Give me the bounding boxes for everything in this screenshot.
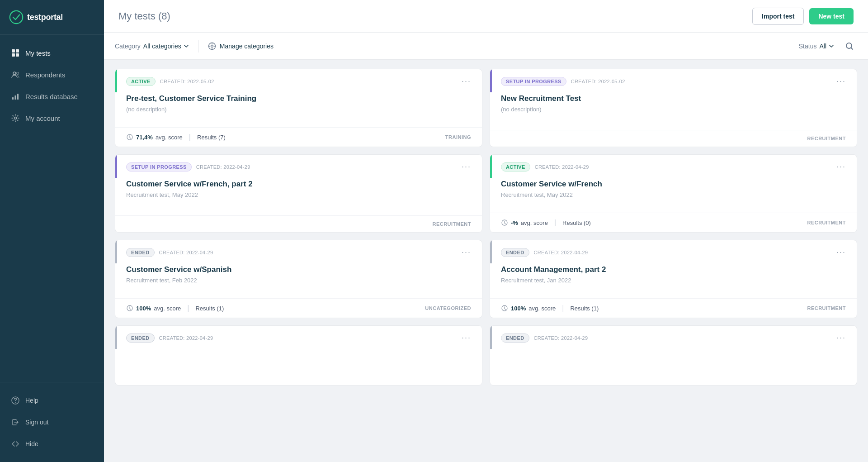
test-card[interactable]: ENDED CREATED: 2022-04-29 ···: [115, 325, 482, 386]
card-footer: 100% avg. score | Results (1) UNCATEGORI…: [115, 298, 482, 318]
new-test-button[interactable]: New test: [809, 8, 854, 24]
card-menu-button[interactable]: ···: [835, 76, 848, 86]
card-menu-button[interactable]: ···: [835, 162, 848, 171]
card-header: ACTIVE CREATED: 2022-05-02 ···: [115, 69, 482, 92]
card-title: Pre-test, Customer Service Training: [126, 94, 471, 103]
score-icon: [501, 219, 508, 226]
card-stats: 71,4% avg. score | Results (7): [126, 133, 226, 141]
results-count: Results (0): [562, 219, 591, 226]
category-filter[interactable]: Category All categories: [115, 43, 189, 50]
card-menu-button[interactable]: ···: [835, 333, 848, 343]
card-header: SETUP IN PROGRESS CREATED: 2022-05-02 ··…: [490, 69, 857, 92]
svg-point-6: [17, 72, 19, 75]
test-card[interactable]: ACTIVE CREATED: 2022-04-29 ··· Customer …: [490, 154, 857, 233]
card-stats: 100% avg. score | Results (1): [501, 304, 599, 312]
page-title: My tests (8): [118, 10, 170, 22]
card-menu-button[interactable]: ···: [835, 248, 848, 257]
card-description: Recruitment test, Jan 2022: [501, 277, 846, 284]
test-card[interactable]: ENDED CREATED: 2022-04-29 ··· Customer S…: [115, 240, 482, 318]
page-header: My tests (8) Import test New test: [104, 0, 868, 33]
card-menu-button[interactable]: ···: [460, 333, 473, 343]
svg-rect-3: [12, 53, 15, 57]
card-description: Recruitment test, May 2022: [501, 191, 846, 198]
avg-score: 71,4% avg. score: [126, 133, 183, 141]
card-created: CREATED: 2022-05-02: [160, 79, 214, 84]
card-description: (no description): [501, 106, 846, 113]
people-icon: [11, 70, 20, 79]
sidebar-item-hide-label: Hide: [25, 440, 38, 448]
card-category: RECRUITMENT: [807, 136, 846, 141]
svg-point-12: [15, 402, 16, 403]
category-label: Category: [115, 43, 141, 50]
test-card[interactable]: ENDED CREATED: 2022-04-29 ···: [490, 325, 857, 386]
svg-point-10: [14, 117, 17, 119]
svg-point-0: [10, 11, 23, 24]
card-body: Customer Service w/Spanish Recruitment t…: [115, 263, 482, 298]
test-card[interactable]: ACTIVE CREATED: 2022-05-02 ··· Pre-test,…: [115, 69, 482, 147]
sidebar-item-results-database[interactable]: Results database: [0, 86, 104, 107]
card-category: TRAINING: [445, 134, 471, 140]
card-menu-button[interactable]: ···: [460, 162, 473, 171]
sidebar-item-my-account[interactable]: My account: [0, 107, 104, 129]
card-created: CREATED: 2022-04-29: [196, 164, 250, 170]
svg-rect-8: [15, 95, 16, 100]
search-button[interactable]: [842, 38, 857, 54]
avg-score: 100% avg. score: [126, 305, 181, 312]
card-footer: RECRUITMENT: [115, 215, 482, 232]
test-card[interactable]: SETUP IN PROGRESS CREATED: 2022-05-02 ··…: [490, 69, 857, 147]
status-value: All: [819, 43, 835, 50]
card-created: CREATED: 2022-04-29: [159, 250, 213, 255]
card-header: ENDED CREATED: 2022-04-29 ···: [115, 326, 482, 349]
sidebar-item-help-label: Help: [25, 397, 38, 404]
test-card[interactable]: ENDED CREATED: 2022-04-29 ··· Account Ma…: [490, 240, 857, 318]
card-footer: 100% avg. score | Results (1) RECRUITMEN…: [490, 298, 857, 318]
main-content: My tests (8) Import test New test Catego…: [104, 0, 868, 462]
results-count: Results (1): [195, 305, 224, 312]
svg-point-14: [211, 45, 213, 47]
score-icon: [126, 305, 133, 312]
sidebar-item-hide[interactable]: Hide: [0, 433, 104, 455]
chevron-down-icon: [183, 43, 189, 49]
filter-separator: [198, 40, 199, 52]
filter-right: Status All: [799, 38, 857, 54]
card-created: CREATED: 2022-04-29: [534, 250, 588, 255]
card-menu-button[interactable]: ···: [460, 76, 473, 86]
test-card[interactable]: SETUP IN PROGRESS CREATED: 2022-04-29 ··…: [115, 154, 482, 233]
card-description: Recruitment test, May 2022: [126, 191, 471, 198]
card-description: (no description): [126, 106, 471, 113]
card-created: CREATED: 2022-04-29: [535, 164, 589, 170]
sidebar: testportal My tests: [0, 0, 104, 462]
sidebar-item-account-label: My account: [25, 114, 60, 122]
import-test-button[interactable]: Import test: [752, 8, 804, 25]
sidebar-item-my-tests-label: My tests: [25, 49, 51, 57]
sidebar-nav: My tests Respondents Result: [0, 35, 104, 382]
manage-categories-button[interactable]: Manage categories: [208, 42, 274, 50]
card-title: New Recruitment Test: [501, 94, 846, 103]
sidebar-bottom: Help Sign out Hide: [0, 382, 104, 462]
avg-score: 100% avg. score: [501, 305, 556, 312]
chart-icon: [11, 92, 20, 101]
sidebar-item-my-tests[interactable]: My tests: [0, 42, 104, 64]
status-badge: SETUP IN PROGRESS: [501, 77, 566, 86]
card-stats: 100% avg. score | Results (1): [126, 304, 224, 312]
card-header: SETUP IN PROGRESS CREATED: 2022-04-29 ··…: [115, 155, 482, 178]
card-created: CREATED: 2022-04-29: [159, 335, 213, 341]
card-footer: RECRUITMENT: [490, 130, 857, 147]
card-footer: 71,4% avg. score | Results (7) TRAINING: [115, 127, 482, 147]
logo[interactable]: testportal: [0, 0, 104, 35]
svg-rect-4: [16, 53, 19, 57]
status-badge: ACTIVE: [501, 162, 530, 171]
help-icon: [11, 396, 20, 405]
status-badge: SETUP IN PROGRESS: [126, 162, 192, 171]
sidebar-item-help[interactable]: Help: [0, 390, 104, 411]
card-body: Customer Service w/French Recruitment te…: [490, 178, 857, 213]
sidebar-item-signout-label: Sign out: [25, 419, 48, 426]
filter-bar: Category All categories Manage categorie…: [104, 33, 868, 60]
card-menu-button[interactable]: ···: [460, 248, 473, 257]
sidebar-item-sign-out[interactable]: Sign out: [0, 411, 104, 433]
sidebar-item-respondents[interactable]: Respondents: [0, 64, 104, 86]
status-filter[interactable]: Status All: [799, 43, 835, 50]
logo-text: testportal: [27, 13, 63, 22]
hide-icon: [11, 439, 20, 448]
logo-icon: [9, 10, 24, 24]
